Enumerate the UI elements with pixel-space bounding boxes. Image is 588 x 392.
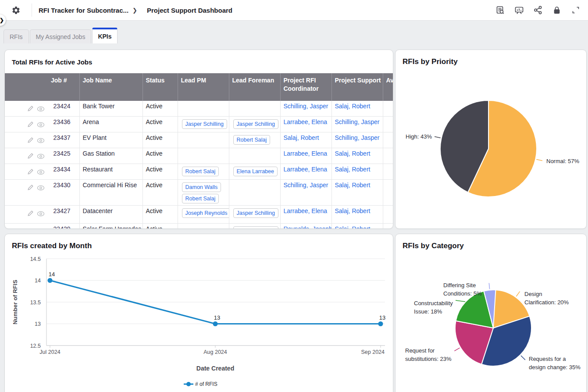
support-link[interactable]: Salaj, Robert [335,225,371,229]
col-coordinator[interactable]: Project RFI Coordinator [280,73,331,101]
job-name: Gas Station [79,148,143,164]
support-link[interactable]: Salaj, Robert [335,150,371,157]
coordinator-link[interactable]: Schilling, Jasper [284,103,328,110]
edit-icon[interactable] [27,137,34,145]
tab-rfis[interactable]: RFIs [4,29,29,43]
assignee-button[interactable]: Jasper Schilling [182,119,228,129]
assignee-button[interactable]: Robert Salaj [182,194,219,203]
job-name: Arena [79,116,143,132]
tab-my-assigned-jobs[interactable]: My Assigned Jobs [30,29,92,43]
col-job-name[interactable]: Job Name [79,73,143,101]
lead-foreman-cell [229,148,280,164]
job-number: 23424 [46,101,79,116]
edit-icon[interactable] [27,184,34,192]
view-icon[interactable] [37,122,45,129]
view-icon[interactable] [37,169,45,176]
coordinator-link[interactable]: Schilling, Jasper [284,182,328,189]
view-icon[interactable] [37,138,45,145]
point-label: 13 [379,314,385,321]
support-link[interactable]: Salaj, Robert [335,207,371,214]
table-row: 23427DatacenterActiveJoseph ReynoldsJasp… [5,205,393,223]
assignee-button[interactable]: Elena Larrabee [233,167,278,176]
assignee-button[interactable]: Jasper Schilling [233,208,279,218]
report-search-icon[interactable] [495,5,505,15]
assignee-button[interactable]: Joseph Reynolds [182,208,229,218]
support-cell: Salaj, Robert [331,101,383,116]
label-connector [454,348,460,351]
coordinator-link[interactable]: Reynolds, Joseph [284,225,332,229]
x-tick-label: Jul 2024 [39,349,60,355]
breadcrumb-app-title[interactable]: RFI Tracker for Subcontrac... [39,7,128,14]
coordinator-cell: Salaj, Robert [280,132,331,148]
edit-icon[interactable] [27,210,34,218]
panel-rfis-by-category: RFIs by Category DesignClarification: 20… [395,234,587,392]
job-name: Commercial Hi Rise [79,179,143,205]
edit-icon[interactable] [27,168,34,176]
label-connector [435,137,441,138]
support-cell: Schilling, Jasper [331,116,383,132]
lead-pm-cell: Damon WallsRobert Salaj [178,179,229,205]
col-lead-pm[interactable]: Lead PM [178,73,229,101]
legend-label[interactable]: # of RFIS [195,381,217,387]
label-connector [536,159,542,160]
col-job-num[interactable]: Job # [46,73,79,101]
share-icon[interactable] [533,5,543,15]
pie-label: Differing SiteConditions: 5% [443,282,482,297]
col-avg[interactable]: Av [383,73,393,101]
job-name: Datacenter [79,205,143,223]
jobs-table-header-row: Job # Job Name Status Lead PM Lead Forem… [5,73,393,101]
edit-icon[interactable] [27,121,34,129]
panel-rfis-by-month: RFIs created by Month 14.51413.51312.5Ju… [4,234,393,392]
support-cell: Salaj, Robert [331,148,383,164]
panel-title: Total RFIs for Active Jobs [12,58,92,66]
support-link[interactable]: Salaj, Robert [335,103,371,110]
coordinator-link[interactable]: Larrabee, Elena [284,166,328,173]
data-point[interactable] [213,321,218,326]
assignee-button[interactable]: Robert Salaj [233,135,271,145]
presentation-icon[interactable] [514,5,524,15]
avg-cell [383,101,393,116]
edit-icon[interactable] [27,105,34,113]
job-number: 23427 [46,205,79,223]
support-link[interactable]: Schilling, Jasper [335,134,380,141]
fullscreen-icon[interactable] [571,5,581,15]
support-link[interactable]: Salaj, Robert [335,182,371,189]
table-row: 23429Solar Farm UpgradesActiveJasper Sch… [5,223,393,229]
data-point[interactable] [378,321,383,326]
support-link[interactable]: Schilling, Jasper [335,118,380,125]
assignee-button[interactable]: Damon Walls [182,182,221,192]
coordinator-cell: Reynolds, Joseph [280,223,331,229]
tab-kpis[interactable]: KPIs [92,28,117,43]
pie-label: Request forsubstitutions: 23% [405,347,452,362]
avg-cell [383,223,393,229]
y-tick-label: 12.5 [30,343,41,349]
assignee-button[interactable]: Jasper Schilling [233,226,279,229]
label-connector [516,292,520,296]
col-status[interactable]: Status [143,73,178,101]
view-icon[interactable] [37,185,45,192]
label-connector [489,283,489,289]
coordinator-link[interactable]: Larrabee, Elena [284,150,328,157]
coordinator-link[interactable]: Larrabee, Elena [284,207,328,214]
edit-icon[interactable] [27,153,34,160]
coordinator-link[interactable]: Salaj, Robert [284,134,319,141]
label-connector [456,300,465,302]
x-tick-label: Aug 2024 [203,349,227,355]
support-link[interactable]: Salaj, Robert [335,166,371,173]
lead-foreman-cell: Jasper Schilling [229,205,280,223]
view-icon[interactable] [37,153,45,160]
label-connector [521,356,525,360]
edit-icon[interactable] [27,228,34,229]
assignee-button[interactable]: Robert Salaj [182,167,219,176]
view-icon[interactable] [37,106,45,113]
coordinator-link[interactable]: Larrabee, Elena [284,118,328,125]
view-icon[interactable] [37,211,45,218]
table-row: 23430Commercial Hi RiseActiveDamon Walls… [5,179,393,205]
col-lead-foreman[interactable]: Lead Foreman [229,73,280,101]
col-support[interactable]: Project Support [331,73,383,101]
lock-icon[interactable] [552,5,562,15]
data-point[interactable] [48,278,53,283]
assignee-button[interactable]: Jasper Schilling [233,119,279,129]
view-icon[interactable] [37,229,45,229]
job-number: 23430 [46,179,79,205]
